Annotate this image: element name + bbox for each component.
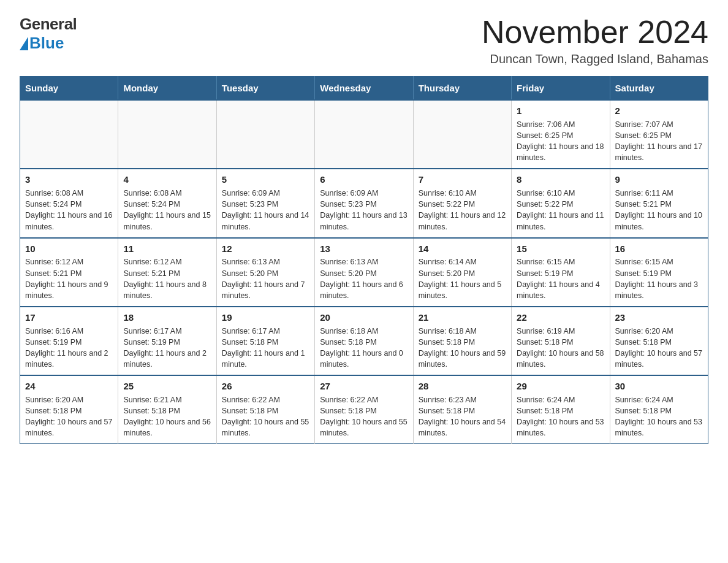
day-number: 8 <box>517 173 604 186</box>
day-info-line: Sunrise: 6:11 AM <box>615 188 703 199</box>
calendar-cell: 21Sunrise: 6:18 AMSunset: 5:18 PMDayligh… <box>413 307 511 375</box>
day-info-line: Sunset: 5:23 PM <box>222 199 309 210</box>
day-info-line: Daylight: 11 hours and 2 minutes. <box>25 348 113 370</box>
calendar-cell: 9Sunrise: 6:11 AMSunset: 5:21 PMDaylight… <box>610 169 708 237</box>
day-info-line: Daylight: 11 hours and 9 minutes. <box>25 279 113 301</box>
day-info-line: Sunrise: 6:10 AM <box>517 188 604 199</box>
day-number: 18 <box>123 311 211 324</box>
day-info-line: Sunrise: 6:22 AM <box>222 394 309 405</box>
day-info-line: Sunset: 6:25 PM <box>615 130 703 141</box>
day-info-line: Daylight: 11 hours and 4 minutes. <box>517 279 604 301</box>
calendar-cell: 17Sunrise: 6:16 AMSunset: 5:19 PMDayligh… <box>20 307 118 375</box>
day-info-line: Sunset: 5:22 PM <box>517 199 604 210</box>
day-info-line: Sunrise: 6:08 AM <box>25 188 113 199</box>
day-info-line: Sunrise: 6:19 AM <box>517 326 604 337</box>
calendar-cell: 27Sunrise: 6:22 AMSunset: 5:18 PMDayligh… <box>315 375 413 444</box>
day-info-line: Sunset: 5:20 PM <box>419 268 506 279</box>
weekday-header-sunday: Sunday <box>20 77 118 101</box>
weekday-header-thursday: Thursday <box>413 77 511 101</box>
calendar-cell: 30Sunrise: 6:24 AMSunset: 5:18 PMDayligh… <box>610 375 708 444</box>
day-info-line: Sunrise: 6:24 AM <box>615 394 703 405</box>
calendar-week-row: 10Sunrise: 6:12 AMSunset: 5:21 PMDayligh… <box>20 238 708 307</box>
day-number: 27 <box>320 380 408 393</box>
day-number: 22 <box>517 311 604 324</box>
day-info-line: Sunset: 5:18 PM <box>25 405 113 416</box>
calendar-cell: 16Sunrise: 6:15 AMSunset: 5:19 PMDayligh… <box>610 238 708 307</box>
day-info-line: Daylight: 11 hours and 17 minutes. <box>615 141 703 163</box>
day-info-line: Sunrise: 6:09 AM <box>320 188 408 199</box>
day-info-line: Daylight: 11 hours and 10 minutes. <box>615 210 703 232</box>
calendar-cell: 18Sunrise: 6:17 AMSunset: 5:19 PMDayligh… <box>118 307 216 375</box>
day-info-line: Sunrise: 6:16 AM <box>25 326 113 337</box>
day-info-line: Daylight: 10 hours and 57 minutes. <box>25 416 113 439</box>
day-number: 6 <box>320 173 408 186</box>
calendar-cell: 19Sunrise: 6:17 AMSunset: 5:18 PMDayligh… <box>216 307 314 375</box>
calendar-cell: 3Sunrise: 6:08 AMSunset: 5:24 PMDaylight… <box>20 169 118 237</box>
day-number: 20 <box>320 311 408 324</box>
day-number: 9 <box>615 173 703 186</box>
day-info-line: Sunrise: 6:15 AM <box>615 256 703 267</box>
day-info-line: Sunrise: 6:17 AM <box>222 326 309 337</box>
calendar-cell: 7Sunrise: 6:10 AMSunset: 5:22 PMDaylight… <box>413 169 511 237</box>
day-info-line: Daylight: 11 hours and 11 minutes. <box>517 210 604 232</box>
day-info-line: Sunset: 5:19 PM <box>25 337 113 348</box>
calendar-cell: 29Sunrise: 6:24 AMSunset: 5:18 PMDayligh… <box>512 375 610 444</box>
day-info-line: Sunset: 6:25 PM <box>517 130 604 141</box>
day-info-line: Sunrise: 7:06 AM <box>517 119 604 130</box>
calendar-cell: 10Sunrise: 6:12 AMSunset: 5:21 PMDayligh… <box>20 238 118 307</box>
day-info-line: Daylight: 11 hours and 1 minute. <box>222 348 309 370</box>
day-info-line: Sunset: 5:18 PM <box>320 405 408 416</box>
day-info-line: Daylight: 11 hours and 3 minutes. <box>615 279 703 301</box>
day-number: 12 <box>222 242 309 256</box>
calendar-week-row: 1Sunrise: 7:06 AMSunset: 6:25 PMDaylight… <box>20 100 708 169</box>
logo: General Blue <box>20 15 77 53</box>
day-number: 25 <box>123 380 211 393</box>
day-number: 7 <box>419 173 506 186</box>
calendar-cell: 6Sunrise: 6:09 AMSunset: 5:23 PMDaylight… <box>315 169 413 237</box>
day-info-line: Daylight: 11 hours and 16 minutes. <box>25 210 113 232</box>
day-info-line: Sunset: 5:19 PM <box>123 337 211 348</box>
day-info-line: Sunset: 5:18 PM <box>615 405 703 416</box>
calendar-week-row: 17Sunrise: 6:16 AMSunset: 5:19 PMDayligh… <box>20 307 708 375</box>
day-info-line: Sunset: 5:20 PM <box>320 268 408 279</box>
calendar-cell <box>20 100 118 169</box>
logo-general-text: General <box>20 15 77 34</box>
day-info-line: Sunset: 5:18 PM <box>615 337 703 348</box>
day-info-line: Daylight: 10 hours and 54 minutes. <box>419 416 506 439</box>
day-info-line: Daylight: 11 hours and 2 minutes. <box>123 348 211 370</box>
day-number: 29 <box>517 380 604 393</box>
calendar-week-row: 24Sunrise: 6:20 AMSunset: 5:18 PMDayligh… <box>20 375 708 444</box>
day-number: 11 <box>123 242 211 256</box>
logo-blue-text: Blue <box>29 34 64 53</box>
location-subtitle: Duncan Town, Ragged Island, Bahamas <box>482 52 708 66</box>
day-info-line: Sunrise: 6:12 AM <box>123 256 211 267</box>
day-info-line: Sunset: 5:18 PM <box>222 337 309 348</box>
day-info-line: Daylight: 11 hours and 18 minutes. <box>517 141 604 163</box>
day-number: 4 <box>123 173 211 186</box>
day-info-line: Sunrise: 6:18 AM <box>320 326 408 337</box>
day-info-line: Sunset: 5:19 PM <box>517 268 604 279</box>
calendar-cell: 25Sunrise: 6:21 AMSunset: 5:18 PMDayligh… <box>118 375 216 444</box>
calendar-cell <box>216 100 314 169</box>
calendar-cell: 24Sunrise: 6:20 AMSunset: 5:18 PMDayligh… <box>20 375 118 444</box>
day-info-line: Sunrise: 6:21 AM <box>123 394 211 405</box>
logo-triangle-icon <box>20 37 28 50</box>
day-info-line: Sunrise: 6:13 AM <box>320 256 408 267</box>
calendar-cell: 15Sunrise: 6:15 AMSunset: 5:19 PMDayligh… <box>512 238 610 307</box>
day-number: 28 <box>419 380 506 393</box>
day-info-line: Daylight: 11 hours and 13 minutes. <box>320 210 408 232</box>
calendar-cell: 23Sunrise: 6:20 AMSunset: 5:18 PMDayligh… <box>610 307 708 375</box>
day-number: 13 <box>320 242 408 256</box>
calendar-header-row: SundayMondayTuesdayWednesdayThursdayFrid… <box>20 77 708 101</box>
day-number: 17 <box>25 311 113 324</box>
day-info-line: Sunrise: 6:13 AM <box>222 256 309 267</box>
day-info-line: Sunrise: 6:15 AM <box>517 256 604 267</box>
calendar-cell: 5Sunrise: 6:09 AMSunset: 5:23 PMDaylight… <box>216 169 314 237</box>
day-info-line: Sunset: 5:18 PM <box>517 337 604 348</box>
day-info-line: Daylight: 11 hours and 8 minutes. <box>123 279 211 301</box>
month-year-title: November 2024 <box>482 15 708 50</box>
day-info-line: Sunrise: 6:14 AM <box>419 256 506 267</box>
day-number: 2 <box>615 104 703 118</box>
day-info-line: Sunset: 5:24 PM <box>123 199 211 210</box>
day-number: 5 <box>222 173 309 186</box>
